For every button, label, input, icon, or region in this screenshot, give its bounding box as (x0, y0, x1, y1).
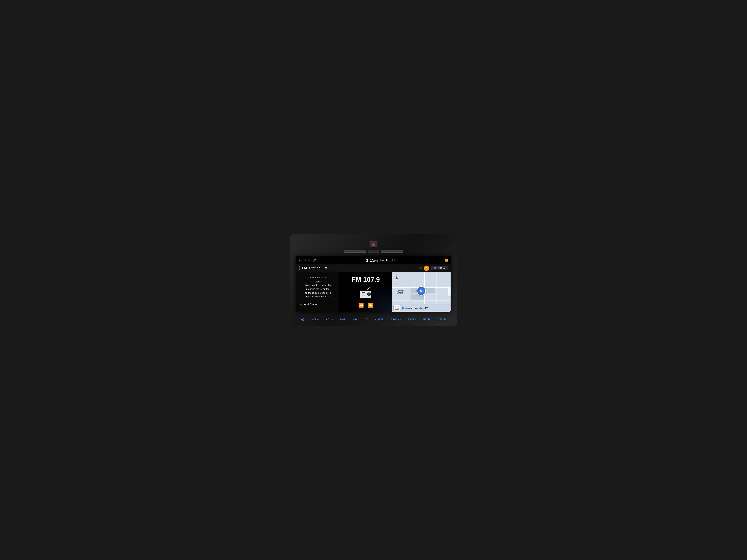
screen-bezel: ◁ ⌂ ≡ 🎤 1:15PM Fri, Jan. 17 📶 FM Station (296, 256, 451, 313)
back-button[interactable]: ◁ (299, 259, 301, 262)
date-display: Fri, Jan. 17 (380, 259, 395, 262)
car-surround: ◁ ⌂ ≡ 🎤 1:15PM Fri, Jan. 17 📶 FM Station (290, 234, 457, 326)
vent-center (368, 250, 379, 253)
left-panel: There are no saved presets. You can add … (297, 272, 392, 312)
station-list-label[interactable]: Station List (309, 266, 327, 270)
compass-south-arrow (395, 279, 398, 281)
map-compass: N (394, 274, 400, 279)
nav-button[interactable]: NAV (353, 318, 358, 321)
clock-display: 1:15PM (366, 258, 378, 263)
main-content: There are no saved presets. You can add … (297, 272, 450, 312)
map-panel[interactable]: N ➤ GeneralMotors ❯ (392, 272, 450, 312)
radio-dots (299, 266, 300, 270)
location-direction-icon: ➤ (420, 289, 423, 293)
svg-point-6 (368, 293, 370, 295)
vol-minus-button[interactable]: VOL – (312, 318, 319, 321)
vent-area (296, 250, 451, 253)
map-expand-button[interactable]: ❯ (447, 288, 450, 296)
power-indicator-dot (302, 319, 303, 320)
radio-dot-3 (299, 269, 300, 270)
radio-bar: FM Station List ⊞ S HD HD Radio· (297, 264, 450, 272)
radio-dot-1 (299, 266, 300, 267)
media-button[interactable]: MEDIA (423, 318, 431, 321)
add-station-label: Add Station (304, 302, 318, 306)
map-background: N ➤ GeneralMotors ❯ (392, 272, 450, 312)
fast-forward-button[interactable]: ⏩ (367, 303, 373, 308)
add-station-star-icon: ☆ (299, 302, 303, 306)
track-right-button[interactable]: TRACK> (391, 318, 401, 321)
location-circle: ➤ (417, 286, 426, 296)
grid-view-button[interactable]: ⊞ (419, 266, 422, 270)
map-scale: Auto 150 ft (393, 305, 401, 311)
map-block (426, 288, 435, 293)
map-poi-label: GeneralMotors (397, 290, 404, 294)
radio-display-panel: FM 107.9 (339, 272, 392, 312)
no-presets-message: There are no saved presets. You can add … (299, 276, 336, 299)
rewind-button[interactable]: ⏪ (358, 303, 364, 308)
seek-left-button[interactable]: < SEEK (375, 318, 384, 321)
frequency-display: FM 107.9 (352, 276, 380, 284)
mic-button[interactable]: 🎤 (313, 259, 316, 262)
map-bottom-bar: Auto 150 ft Nearby Framingham, MA (392, 304, 450, 312)
shazam-button[interactable]: S (424, 266, 429, 271)
status-bar: ◁ ⌂ ≡ 🎤 1:15PM Fri, Jan. 17 📶 (297, 257, 450, 264)
vent-handle-left (344, 250, 366, 253)
playback-controls: ⏪ ⏩ (358, 303, 373, 308)
vent-handle-right (381, 250, 403, 253)
svg-line-0 (367, 287, 369, 291)
radio-icon (358, 286, 373, 299)
compass-north-label: N (396, 274, 397, 276)
presets-panel: There are no saved presets. You can add … (297, 272, 339, 312)
hardware-buttons: ⏻ VOL – VOL + MAP NAV ☆ < SEEK TRACK> RA… (296, 315, 451, 322)
map-road (392, 300, 450, 301)
infotainment-screen: ◁ ⌂ ≡ 🎤 1:15PM Fri, Jan. 17 📶 FM Station (297, 257, 450, 312)
add-station-button[interactable]: ☆ Add Station (299, 300, 336, 308)
nav-icon (402, 307, 405, 309)
nav-dot-inner (403, 308, 404, 309)
radio-button[interactable]: RADIO (408, 318, 416, 321)
menu-button[interactable]: ≡ (308, 259, 310, 262)
map-location-text: Nearby Framingham, MA (406, 307, 428, 309)
home-button[interactable]: ⌂ (304, 259, 306, 262)
fm-label: FM (302, 266, 307, 270)
hazard-triangle-icon (372, 243, 375, 246)
vol-plus-button[interactable]: VOL + (326, 318, 333, 321)
hd-radio-badge: HD HD Radio· (431, 266, 448, 270)
hazard-button[interactable] (370, 241, 377, 247)
map-button[interactable]: MAP (340, 318, 345, 321)
signal-icon: 📶 (445, 259, 448, 262)
current-location-marker: ➤ (417, 286, 426, 296)
favorites-button[interactable]: ☆ (365, 317, 368, 321)
setup-button[interactable]: SETUP (438, 318, 446, 321)
compass-north-arrow (395, 276, 398, 279)
radio-dot-2 (299, 268, 300, 268)
